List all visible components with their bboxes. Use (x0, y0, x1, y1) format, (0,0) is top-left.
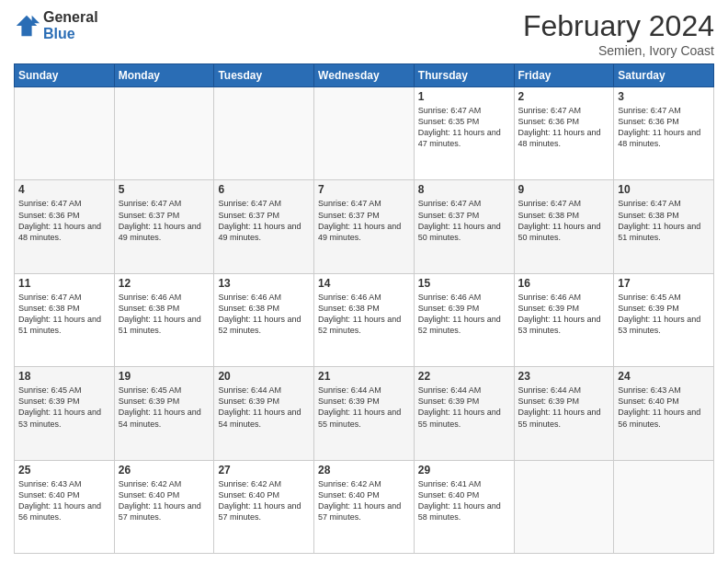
calendar-week-3: 11Sunrise: 6:47 AM Sunset: 6:38 PM Dayli… (15, 273, 714, 366)
calendar-cell: 11Sunrise: 6:47 AM Sunset: 6:38 PM Dayli… (15, 273, 115, 366)
day-info: Sunrise: 6:43 AM Sunset: 6:40 PM Dayligh… (18, 478, 110, 523)
day-number: 27 (218, 464, 310, 477)
day-number: 6 (218, 183, 310, 196)
calendar-cell (514, 460, 614, 553)
day-number: 24 (618, 370, 710, 383)
day-info: Sunrise: 6:41 AM Sunset: 6:40 PM Dayligh… (418, 478, 510, 523)
day-info: Sunrise: 6:47 AM Sunset: 6:37 PM Dayligh… (318, 198, 410, 243)
calendar-cell: 9Sunrise: 6:47 AM Sunset: 6:38 PM Daylig… (514, 180, 614, 273)
calendar-week-2: 4Sunrise: 6:47 AM Sunset: 6:36 PM Daylig… (15, 180, 714, 273)
day-number: 2 (518, 90, 610, 103)
calendar-page: General Blue February 2024 Semien, Ivory… (0, 0, 728, 563)
calendar-header-row: Sunday Monday Tuesday Wednesday Thursday… (15, 64, 714, 87)
day-number: 12 (119, 277, 210, 290)
calendar-cell: 22Sunrise: 6:44 AM Sunset: 6:39 PM Dayli… (414, 367, 514, 460)
calendar-cell: 5Sunrise: 6:47 AM Sunset: 6:37 PM Daylig… (114, 180, 214, 273)
day-info: Sunrise: 6:47 AM Sunset: 6:36 PM Dayligh… (618, 105, 710, 150)
calendar-cell: 6Sunrise: 6:47 AM Sunset: 6:37 PM Daylig… (214, 180, 314, 273)
day-info: Sunrise: 6:45 AM Sunset: 6:39 PM Dayligh… (119, 385, 210, 430)
calendar-cell: 19Sunrise: 6:45 AM Sunset: 6:39 PM Dayli… (114, 367, 214, 460)
col-friday: Friday (514, 64, 614, 87)
calendar-cell: 25Sunrise: 6:43 AM Sunset: 6:40 PM Dayli… (15, 460, 115, 553)
day-number: 13 (218, 277, 310, 290)
day-number: 23 (518, 370, 610, 383)
calendar-cell: 4Sunrise: 6:47 AM Sunset: 6:36 PM Daylig… (15, 180, 115, 273)
day-number: 18 (18, 370, 110, 383)
logo-icon (14, 13, 40, 39)
calendar-cell: 12Sunrise: 6:46 AM Sunset: 6:38 PM Dayli… (114, 273, 214, 366)
logo: General Blue (14, 9, 98, 41)
calendar-cell: 3Sunrise: 6:47 AM Sunset: 6:36 PM Daylig… (614, 87, 714, 180)
day-number: 22 (418, 370, 510, 383)
day-info: Sunrise: 6:47 AM Sunset: 6:36 PM Dayligh… (518, 105, 610, 150)
day-info: Sunrise: 6:44 AM Sunset: 6:39 PM Dayligh… (218, 385, 310, 430)
day-info: Sunrise: 6:47 AM Sunset: 6:35 PM Dayligh… (418, 105, 510, 150)
calendar-week-1: 1Sunrise: 6:47 AM Sunset: 6:35 PM Daylig… (15, 87, 714, 180)
day-number: 3 (618, 90, 710, 103)
col-monday: Monday (114, 64, 214, 87)
day-number: 20 (218, 370, 310, 383)
logo-text: General Blue (43, 9, 98, 41)
calendar-cell: 18Sunrise: 6:45 AM Sunset: 6:39 PM Dayli… (15, 367, 115, 460)
day-info: Sunrise: 6:42 AM Sunset: 6:40 PM Dayligh… (218, 478, 310, 523)
calendar-cell: 17Sunrise: 6:45 AM Sunset: 6:39 PM Dayli… (614, 273, 714, 366)
calendar-cell: 16Sunrise: 6:46 AM Sunset: 6:39 PM Dayli… (514, 273, 614, 366)
day-info: Sunrise: 6:46 AM Sunset: 6:39 PM Dayligh… (418, 292, 510, 337)
day-info: Sunrise: 6:43 AM Sunset: 6:40 PM Dayligh… (618, 385, 710, 430)
calendar-cell: 1Sunrise: 6:47 AM Sunset: 6:35 PM Daylig… (414, 87, 514, 180)
day-number: 8 (418, 183, 510, 196)
calendar-cell: 24Sunrise: 6:43 AM Sunset: 6:40 PM Dayli… (614, 367, 714, 460)
month-title: February 2024 (523, 9, 714, 43)
calendar-cell (614, 460, 714, 553)
calendar-cell: 26Sunrise: 6:42 AM Sunset: 6:40 PM Dayli… (114, 460, 214, 553)
calendar-cell: 29Sunrise: 6:41 AM Sunset: 6:40 PM Dayli… (414, 460, 514, 553)
calendar-cell: 20Sunrise: 6:44 AM Sunset: 6:39 PM Dayli… (214, 367, 314, 460)
col-tuesday: Tuesday (214, 64, 314, 87)
day-number: 1 (418, 90, 510, 103)
day-info: Sunrise: 6:42 AM Sunset: 6:40 PM Dayligh… (119, 478, 210, 523)
day-info: Sunrise: 6:45 AM Sunset: 6:39 PM Dayligh… (618, 292, 710, 337)
day-info: Sunrise: 6:44 AM Sunset: 6:39 PM Dayligh… (318, 385, 410, 430)
day-number: 16 (518, 277, 610, 290)
calendar-cell: 14Sunrise: 6:46 AM Sunset: 6:38 PM Dayli… (314, 273, 415, 366)
location: Semien, Ivory Coast (523, 43, 714, 58)
day-number: 17 (618, 277, 710, 290)
day-info: Sunrise: 6:46 AM Sunset: 6:38 PM Dayligh… (119, 292, 210, 337)
calendar-cell: 7Sunrise: 6:47 AM Sunset: 6:37 PM Daylig… (314, 180, 415, 273)
day-info: Sunrise: 6:47 AM Sunset: 6:38 PM Dayligh… (518, 198, 610, 243)
logo-general-text: General (43, 9, 98, 26)
day-info: Sunrise: 6:45 AM Sunset: 6:39 PM Dayligh… (18, 385, 110, 430)
calendar-cell (15, 87, 115, 180)
day-number: 10 (618, 183, 710, 196)
day-number: 19 (119, 370, 210, 383)
calendar-cell: 8Sunrise: 6:47 AM Sunset: 6:37 PM Daylig… (414, 180, 514, 273)
day-info: Sunrise: 6:42 AM Sunset: 6:40 PM Dayligh… (318, 478, 410, 523)
calendar-cell: 27Sunrise: 6:42 AM Sunset: 6:40 PM Dayli… (214, 460, 314, 553)
day-info: Sunrise: 6:47 AM Sunset: 6:38 PM Dayligh… (18, 292, 110, 337)
calendar-week-4: 18Sunrise: 6:45 AM Sunset: 6:39 PM Dayli… (15, 367, 714, 460)
col-wednesday: Wednesday (314, 64, 415, 87)
calendar-cell: 23Sunrise: 6:44 AM Sunset: 6:39 PM Dayli… (514, 367, 614, 460)
day-number: 26 (119, 464, 210, 477)
col-thursday: Thursday (414, 64, 514, 87)
calendar-cell: 28Sunrise: 6:42 AM Sunset: 6:40 PM Dayli… (314, 460, 415, 553)
day-number: 11 (18, 277, 110, 290)
day-info: Sunrise: 6:46 AM Sunset: 6:38 PM Dayligh… (318, 292, 410, 337)
calendar-cell: 15Sunrise: 6:46 AM Sunset: 6:39 PM Dayli… (414, 273, 514, 366)
calendar-cell (114, 87, 214, 180)
calendar-table: Sunday Monday Tuesday Wednesday Thursday… (14, 63, 714, 554)
day-info: Sunrise: 6:47 AM Sunset: 6:37 PM Dayligh… (418, 198, 510, 243)
day-info: Sunrise: 6:44 AM Sunset: 6:39 PM Dayligh… (418, 385, 510, 430)
day-number: 14 (318, 277, 410, 290)
day-number: 25 (18, 464, 110, 477)
day-number: 28 (318, 464, 410, 477)
day-info: Sunrise: 6:46 AM Sunset: 6:39 PM Dayligh… (518, 292, 610, 337)
day-info: Sunrise: 6:47 AM Sunset: 6:37 PM Dayligh… (119, 198, 210, 243)
day-info: Sunrise: 6:44 AM Sunset: 6:39 PM Dayligh… (518, 385, 610, 430)
day-number: 4 (18, 183, 110, 196)
day-number: 15 (418, 277, 510, 290)
day-number: 7 (318, 183, 410, 196)
day-info: Sunrise: 6:47 AM Sunset: 6:38 PM Dayligh… (618, 198, 710, 243)
logo-blue-text: Blue (43, 26, 98, 42)
calendar-cell: 10Sunrise: 6:47 AM Sunset: 6:38 PM Dayli… (614, 180, 714, 273)
